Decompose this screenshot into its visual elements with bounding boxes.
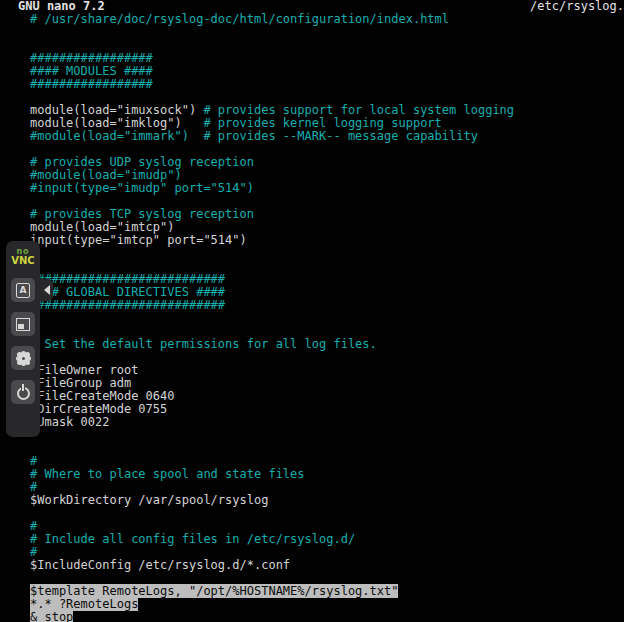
config-comment: #module(load="imudp") <box>30 168 182 182</box>
config-directive: module(load="imtcp") <box>30 220 175 234</box>
editor-line[interactable]: #module(load="immark") # provides --MARK… <box>30 130 624 143</box>
config-comment: # provides UDP syslog reception <box>30 155 254 169</box>
editor-line[interactable]: $IncludeConfig /etc/rsyslog.d/*.conf <box>30 559 624 572</box>
config-comment: #input(type="imudp" port="514") <box>30 181 254 195</box>
selected-text: & stop <box>30 610 73 622</box>
config-directive: $Umask 0022 <box>30 415 109 429</box>
config-comment: # provides TCP syslog reception <box>30 207 254 221</box>
nano-file-path: /etc/rsyslog. <box>530 0 624 13</box>
editor-line[interactable] <box>30 442 624 455</box>
novnc-button-group: A <box>11 278 35 404</box>
editor-line[interactable]: & stop <box>30 611 624 622</box>
power-button[interactable] <box>11 380 35 404</box>
config-comment: ################# <box>30 77 153 91</box>
selected-text: *.* ?RemoteLogs <box>30 597 138 611</box>
editor-line[interactable]: *.* ?RemoteLogs <box>30 598 624 611</box>
novnc-logo: no VNC <box>11 248 34 266</box>
config-comment: # provides kernel logging support <box>203 116 441 130</box>
config-directive: $FileOwner root <box>30 363 138 377</box>
config-comment: # Set the default permissions for all lo… <box>30 337 377 351</box>
clipboard-button[interactable]: A <box>11 278 35 302</box>
config-directive: $DirCreateMode 0755 <box>30 402 167 416</box>
config-directive: input(type="imtcp" port="514") <box>30 233 247 247</box>
config-directive: module(load="imklog") <box>30 116 203 130</box>
collapse-left-icon <box>44 285 50 295</box>
novnc-control-bar: no VNC A <box>6 241 40 437</box>
config-comment: # /usr/share/doc/rsyslog-doc/html/config… <box>30 12 449 26</box>
control-bar-handle[interactable] <box>40 279 53 301</box>
config-comment: #### GLOBAL DIRECTIVES #### <box>30 285 225 299</box>
editor-line[interactable] <box>30 429 624 442</box>
editor-content[interactable]: # /usr/share/doc/rsyslog-doc/html/config… <box>0 13 624 622</box>
config-comment: #module(load="immark") # provides --MARK… <box>30 129 478 143</box>
fullscreen-icon <box>16 318 30 331</box>
editor-line[interactable] <box>30 247 624 260</box>
editor-line[interactable] <box>30 507 624 520</box>
config-comment: # <box>30 480 37 494</box>
vnc-screen: GNU nano 7.2 /etc/rsyslog. # /usr/share/… <box>0 0 624 622</box>
config-comment: ########################### <box>30 298 225 312</box>
config-directive: $FileCreateMode 0640 <box>30 389 175 403</box>
editor-line[interactable]: input(type="imtcp" port="514") <box>30 234 624 247</box>
editor-line[interactable] <box>30 312 624 325</box>
editor-line[interactable]: # Set the default permissions for all lo… <box>30 338 624 351</box>
editor-line[interactable]: ########################### <box>30 299 624 312</box>
config-comment: # <box>30 545 37 559</box>
config-directive: $WorkDirectory /var/spool/rsyslog <box>30 493 268 507</box>
editor-line[interactable]: #input(type="imudp" port="514") <box>30 182 624 195</box>
terminal[interactable]: GNU nano 7.2 /etc/rsyslog. # /usr/share/… <box>0 0 624 622</box>
config-comment: ################# <box>30 51 153 65</box>
config-comment: # <box>30 519 37 533</box>
fullscreen-button[interactable] <box>11 312 35 336</box>
config-directive: $IncludeConfig /etc/rsyslog.d/*.conf <box>30 558 290 572</box>
clipboard-icon: A <box>16 283 30 298</box>
config-comment: # provides support for local system logg… <box>203 103 514 117</box>
editor-line[interactable]: # Include all config files in /etc/rsysl… <box>30 533 624 546</box>
config-comment: # <box>30 454 37 468</box>
editor-line[interactable] <box>30 26 624 39</box>
config-comment: # Include all config files in /etc/rsysl… <box>30 532 355 546</box>
config-directive: module(load="imuxsock") <box>30 103 203 117</box>
config-comment: ########################### <box>30 272 225 286</box>
config-directive: $FileGroup adm <box>30 376 131 390</box>
editor-line[interactable]: # Where to place spool and state files <box>30 468 624 481</box>
novnc-logo-bottom: VNC <box>11 256 34 266</box>
selected-text: $template RemoteLogs, "/opt/%HOSTNAME%/r… <box>30 584 398 598</box>
editor-line[interactable]: $Umask 0022 <box>30 416 624 429</box>
editor-line[interactable]: $DirCreateMode 0755 <box>30 403 624 416</box>
settings-icon <box>19 354 28 363</box>
editor-line[interactable]: $WorkDirectory /var/spool/rsyslog <box>30 494 624 507</box>
editor-line[interactable]: ################# <box>30 78 624 91</box>
power-icon <box>17 387 30 400</box>
settings-button[interactable] <box>11 346 35 370</box>
editor-line[interactable]: # /usr/share/doc/rsyslog-doc/html/config… <box>30 13 624 26</box>
config-comment: #### MODULES #### <box>30 64 153 78</box>
config-comment: # Where to place spool and state files <box>30 467 305 481</box>
